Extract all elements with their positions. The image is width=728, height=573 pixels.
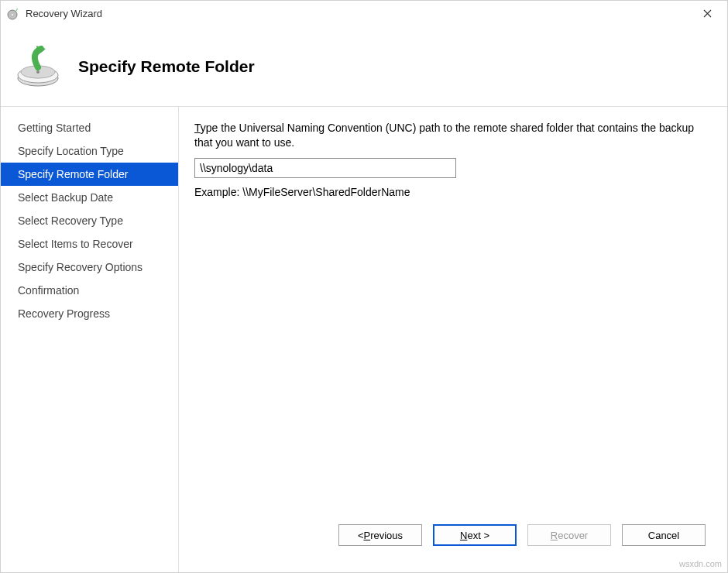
- recovery-header-icon: [13, 44, 63, 89]
- step-confirmation[interactable]: Confirmation: [1, 279, 178, 302]
- cancel-button[interactable]: Cancel: [622, 524, 706, 546]
- next-button[interactable]: Next >: [433, 524, 517, 546]
- wizard-buttons: < Previous Next > Recover Cancel: [194, 512, 709, 560]
- recovery-wizard-icon: [7, 6, 21, 20]
- step-specify-recovery-options[interactable]: Specify Recovery Options: [1, 256, 178, 279]
- title-bar: Recovery Wizard: [1, 1, 727, 26]
- watermark: wsxdn.com: [679, 559, 722, 568]
- step-select-recovery-type[interactable]: Select Recovery Type: [1, 209, 178, 232]
- main-panel: Type the Universal Naming Convention (UN…: [179, 107, 727, 572]
- wizard-body: Getting Started Specify Location Type Sp…: [1, 107, 727, 572]
- svg-point-5: [36, 70, 39, 74]
- recover-button: Recover: [527, 524, 611, 546]
- step-recovery-progress[interactable]: Recovery Progress: [1, 302, 178, 325]
- close-button[interactable]: [690, 1, 724, 26]
- wizard-header: Specify Remote Folder: [1, 26, 727, 107]
- svg-point-1: [12, 14, 13, 15]
- page-title: Specify Remote Folder: [78, 57, 255, 76]
- step-getting-started[interactable]: Getting Started: [1, 116, 178, 139]
- step-select-items-to-recover[interactable]: Select Items to Recover: [1, 232, 178, 256]
- wizard-window: Recovery Wizard Specify Remote Folder Ge…: [0, 0, 728, 573]
- step-select-backup-date[interactable]: Select Backup Date: [1, 186, 178, 209]
- previous-button[interactable]: < Previous: [338, 524, 422, 546]
- unc-path-input[interactable]: [194, 158, 456, 178]
- window-title: Recovery Wizard: [26, 8, 102, 19]
- steps-sidebar: Getting Started Specify Location Type Sp…: [1, 107, 179, 572]
- prompt-text: Type the Universal Naming Convention (UN…: [194, 121, 709, 150]
- example-text: Example: \\MyFileServer\SharedFolderName: [194, 186, 709, 198]
- step-specify-remote-folder[interactable]: Specify Remote Folder: [1, 163, 178, 186]
- step-specify-location-type[interactable]: Specify Location Type: [1, 139, 178, 163]
